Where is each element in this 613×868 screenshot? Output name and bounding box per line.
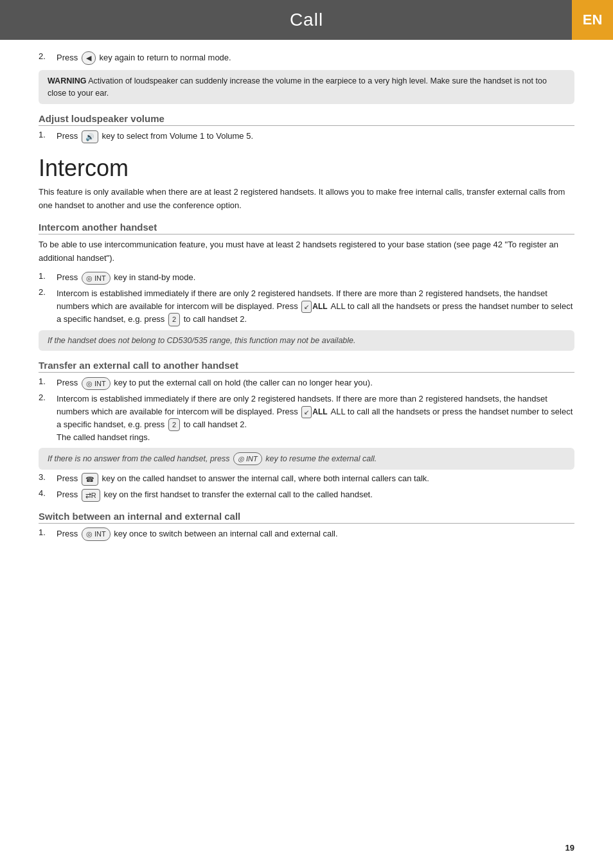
- warning-label: WARNING: [48, 76, 86, 85]
- warning-text: Activation of loudspeaker can suddenly i…: [48, 76, 547, 98]
- switch-key-icon: ◎ INT: [82, 527, 111, 541]
- transfer-key-icon: ⇄R: [82, 489, 100, 502]
- ia-step2-num: 2.: [39, 287, 57, 297]
- te-step1-num: 1.: [39, 376, 57, 386]
- hold-key-icon: ◎ INT: [82, 377, 111, 391]
- adjust-step-1: 1. Press 🔊 key to select from Volume 1 t…: [39, 130, 574, 143]
- press-sw1-label: Press: [57, 529, 80, 538]
- header-title: Call: [290, 10, 323, 30]
- intercom-intro: This feature is only available when ther…: [39, 186, 574, 213]
- switch-between-heading: Switch between an internal and external …: [39, 511, 574, 524]
- all-text-2: ALL: [312, 406, 327, 418]
- press-te3-label: Press: [57, 474, 80, 483]
- transfer-info-box: If there is no answer from the called ha…: [39, 448, 574, 470]
- ia-step2-text: Intercom is established immediately if t…: [57, 287, 574, 326]
- arrow-icon-2: ↙: [301, 406, 312, 418]
- all-text-1: ALL: [312, 301, 327, 312]
- header-bar: Call EN: [0, 0, 613, 40]
- press-label: Press: [57, 53, 80, 62]
- intercom-another-intro: To be able to use intercommunication fea…: [39, 238, 574, 265]
- intercom-key-icon-1: ◎ INT: [82, 272, 111, 285]
- step-2-text: Press ◀ key again to return to normal mo…: [57, 51, 574, 65]
- adjust-step-1-text: Press 🔊 key to select from Volume 1 to V…: [57, 130, 574, 143]
- sw-step1-text: Press ◎ INT key once to switch between a…: [57, 527, 574, 541]
- transfer-step-1: 1. Press ◎ INT key to put the external c…: [39, 376, 574, 390]
- content-area: 2. Press ◀ key again to return to normal…: [0, 40, 613, 569]
- handset-2-key-2: 2: [168, 418, 180, 432]
- step-2-normal-mode: 2. Press ◀ key again to return to normal…: [39, 51, 574, 65]
- intercom-heading: Intercom: [39, 155, 574, 182]
- en-badge: EN: [572, 0, 613, 40]
- arrow-icon-1: ↙: [301, 301, 312, 313]
- sw-step1-num: 1.: [39, 527, 57, 537]
- resume-key-icon: ◎ INT: [233, 452, 262, 466]
- intercom-another-heading: Intercom another handset: [39, 222, 574, 235]
- step-2-num: 2.: [39, 51, 57, 61]
- called-rings-text: The called handset rings.: [57, 432, 150, 442]
- press-ia1-label: Press: [57, 272, 80, 282]
- all-badge-1: ↙ ALL: [301, 301, 327, 313]
- te-step4-text: Press ⇄R key on the first handset to tra…: [57, 488, 574, 502]
- te-step1-text: Press ◎ INT key to put the external call…: [57, 376, 574, 390]
- volume-key-icon: 🔊: [82, 130, 98, 144]
- te-step3-num: 3.: [39, 472, 57, 482]
- transfer-step-2: 2. Intercom is established immediately i…: [39, 393, 574, 444]
- te-step4-num: 4.: [39, 488, 57, 498]
- transfer-external-heading: Transfer an external call to another han…: [39, 360, 574, 373]
- ia-step1-text: Press ◎ INT key in stand-by mode.: [57, 271, 574, 285]
- adjust-loudspeaker-heading: Adjust loudspeaker volume: [39, 113, 574, 126]
- ia-step1-num: 1.: [39, 271, 57, 281]
- intercom-another-info: If the handset does not belong to CD530/…: [39, 330, 574, 351]
- te-step2-text: Intercom is established immediately if t…: [57, 393, 574, 444]
- intercom-another-step-2: 2. Intercom is established immediately i…: [39, 287, 574, 326]
- transfer-step-3: 3. Press ☎ key on the called handset to …: [39, 472, 574, 486]
- adjust-step-1-num: 1.: [39, 130, 57, 139]
- te-step3-text: Press ☎ key on the called handset to ans…: [57, 472, 574, 486]
- press-te1-label: Press: [57, 378, 80, 387]
- press-te4-label: Press: [57, 490, 80, 499]
- page-number: 19: [565, 843, 574, 853]
- warning-box: WARNING Activation of loudspeaker can su…: [39, 70, 574, 105]
- handset-2-key-1: 2: [168, 313, 180, 326]
- page: Call EN 2. Press ◀ key again to return t…: [0, 0, 613, 868]
- press-vol-label: Press: [57, 131, 80, 141]
- transfer-step-4: 4. Press ⇄R key on the first handset to …: [39, 488, 574, 502]
- te-step2-num: 2.: [39, 393, 57, 402]
- intercom-another-step-1: 1. Press ◎ INT key in stand-by mode.: [39, 271, 574, 285]
- answer-key-icon: ☎: [82, 473, 98, 486]
- all-badge-2: ↙ ALL: [301, 406, 327, 418]
- back-key-icon: ◀: [82, 51, 96, 65]
- switch-step-1: 1. Press ◎ INT key once to switch betwee…: [39, 527, 574, 541]
